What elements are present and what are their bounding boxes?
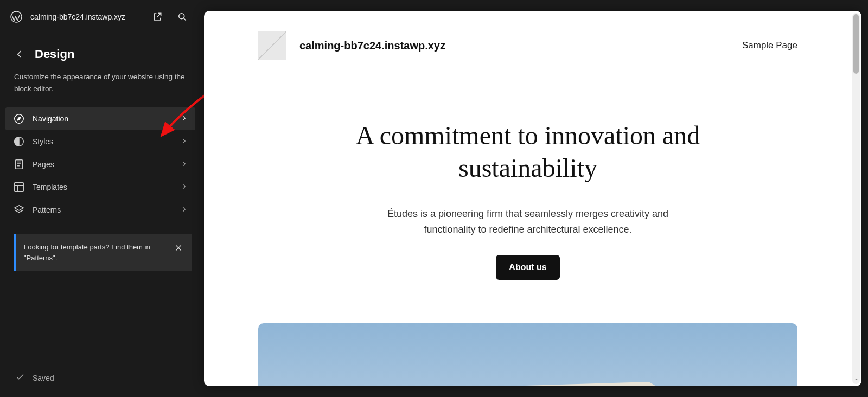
menu-item-styles[interactable]: Styles [5,130,195,153]
template-parts-notice: Looking for template parts? Find them in… [14,234,192,271]
menu-item-pages[interactable]: Pages [5,153,195,176]
wordpress-logo-icon[interactable] [10,10,23,23]
preview-scrollbar[interactable] [852,13,860,384]
svg-rect-5 [15,183,24,192]
site-preview-frame[interactable]: calming-bb7c24.instawp.xyz Sample Page A… [204,11,861,386]
panel-header: Design [0,34,201,61]
editor-sidebar: calming-bb7c24.instawp.xyz Design Custom… [0,0,201,397]
menu-item-navigation[interactable]: Navigation [5,107,195,130]
site-logo-placeholder[interactable] [258,31,286,60]
panel-description: Customize the appearance of your website… [0,61,201,107]
menu-label: Styles [33,137,173,146]
save-status: Saved [33,374,54,382]
search-icon[interactable] [174,8,191,25]
chevron-right-icon [180,160,188,169]
nav-link-sample-page[interactable]: Sample Page [742,40,797,51]
open-site-icon[interactable] [149,8,166,25]
chevron-right-icon [180,183,188,192]
site-header: calming-bb7c24.instawp.xyz Sample Page [204,11,852,65]
site-name-label[interactable]: calming-bb7c24.instawp.xyz [30,12,141,21]
hero-section: A commitment to innovation and sustainab… [204,65,852,302]
about-us-button[interactable]: About us [496,255,559,280]
menu-label: Navigation [33,114,173,123]
styles-icon [13,136,25,148]
back-icon[interactable] [14,49,25,60]
menu-item-templates[interactable]: Templates [5,176,195,198]
hero-image[interactable] [258,323,797,386]
check-icon [15,372,25,383]
sidebar-topbar: calming-bb7c24.instawp.xyz [0,0,201,34]
menu-label: Pages [33,160,173,169]
sidebar-footer: Saved [0,358,201,397]
compass-icon [13,113,25,125]
chevron-right-icon [180,206,188,215]
menu-label: Patterns [33,206,173,214]
templates-icon [13,181,25,193]
hero-subtext[interactable]: Études is a pioneering firm that seamles… [371,206,685,238]
chevron-right-icon [180,114,188,124]
scroll-thumb[interactable] [853,14,859,74]
site-nav: Sample Page [742,40,797,51]
hero-image-wrap [204,302,852,386]
preview-content: calming-bb7c24.instawp.xyz Sample Page A… [204,11,861,386]
close-icon[interactable] [173,242,184,254]
notice-text: Looking for template parts? Find them in… [24,242,166,264]
menu-label: Templates [33,183,173,191]
chevron-right-icon [180,137,188,146]
design-menu: Navigation Styles Pages [0,107,201,221]
panel-title: Design [35,47,74,61]
svg-point-1 [179,14,184,19]
preview-wrapper: calming-bb7c24.instawp.xyz Sample Page A… [201,0,868,397]
site-title[interactable]: calming-bb7c24.instawp.xyz [299,40,729,52]
app-root: calming-bb7c24.instawp.xyz Design Custom… [0,0,868,397]
svg-rect-4 [16,160,23,169]
pages-icon [13,158,25,170]
menu-item-patterns[interactable]: Patterns [5,198,195,221]
hero-heading[interactable]: A commitment to innovation and sustainab… [316,119,739,184]
patterns-icon [13,204,25,216]
svg-marker-25 [258,382,660,386]
chevron-down-icon[interactable] [852,375,860,383]
